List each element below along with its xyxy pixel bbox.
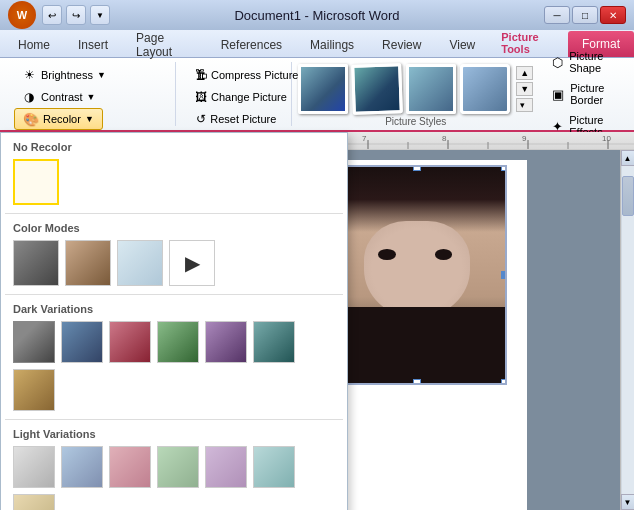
ribbon-tab-bar: Home Insert Page Layout References Maili…	[0, 30, 634, 58]
redo-button[interactable]: ↪	[66, 5, 86, 25]
recolor-button[interactable]: 🎨 Recolor ▼	[14, 108, 103, 130]
tab-mailings[interactable]: Mailings	[296, 33, 368, 57]
swatch-light-blue[interactable]	[61, 446, 103, 488]
photo-face	[329, 167, 505, 383]
title-bar: W ↩ ↪ ▼ Document1 - Microsoft Word ─ □ ✕	[0, 0, 634, 30]
picture-shape-button[interactable]: ⬡ Picture Shape	[545, 47, 622, 77]
dark-variations-grid	[5, 317, 343, 415]
styles-scroll-down[interactable]: ▼	[516, 82, 533, 96]
close-button[interactable]: ✕	[600, 6, 626, 24]
reset-picture-button[interactable]: ↺ Reset Picture	[188, 108, 283, 130]
change-picture-icon: 🖼	[195, 89, 207, 105]
compress-group: 🗜 Compress Pictures 🖼 Change Picture ↺ R…	[180, 62, 292, 126]
swatch-dark-gray[interactable]	[13, 321, 55, 363]
selection-handle-mr[interactable]	[501, 271, 507, 279]
contrast-icon: ◑	[21, 89, 37, 105]
styles-scroll-up[interactable]: ▲	[516, 66, 533, 80]
picture-styles-label: Picture Styles	[296, 116, 535, 127]
swatch-light-purple[interactable]	[205, 446, 247, 488]
tab-insert[interactable]: Insert	[64, 33, 122, 57]
compress-icon: 🗜	[195, 67, 207, 83]
maximize-button[interactable]: □	[572, 6, 598, 24]
scroll-track[interactable]	[622, 166, 634, 494]
swatch-dark-red[interactable]	[109, 321, 151, 363]
swatch-light-gray[interactable]	[13, 446, 55, 488]
picture-shape-icon: ⬡	[552, 55, 563, 70]
swatch-black-white[interactable]: ▶	[169, 240, 215, 286]
tab-page-layout[interactable]: Page Layout	[122, 33, 207, 57]
quick-access-toolbar: ↩ ↪ ▼	[42, 5, 110, 25]
selection-handle-br[interactable]	[501, 379, 507, 385]
picture-shape-label: Picture Shape	[569, 50, 615, 74]
picture-border-button[interactable]: ▣ Picture Border	[545, 79, 622, 109]
color-modes-grid: ▶	[5, 236, 343, 290]
swatch-dark-blue[interactable]	[61, 321, 103, 363]
light-variations-label: Light Variations	[5, 424, 343, 442]
tab-references[interactable]: References	[207, 33, 296, 57]
svg-text:10: 10	[602, 134, 611, 143]
swatch-light-teal[interactable]	[253, 446, 295, 488]
tab-home[interactable]: Home	[4, 33, 64, 57]
tab-view[interactable]: View	[435, 33, 489, 57]
styles-more[interactable]: ▾	[516, 98, 533, 112]
selection-handle-bm[interactable]	[413, 379, 421, 385]
swatch-washout[interactable]	[117, 240, 163, 286]
change-picture-button[interactable]: 🖼 Change Picture	[188, 86, 283, 108]
light-variations-grid	[5, 442, 343, 510]
swatch-dark-green[interactable]	[157, 321, 199, 363]
minimize-button[interactable]: ─	[544, 6, 570, 24]
picture-border-icon: ▣	[552, 87, 564, 102]
pic-style-2[interactable]	[351, 63, 403, 115]
swatch-light-red[interactable]	[109, 446, 151, 488]
divider-1	[5, 213, 343, 214]
swatch-grayscale[interactable]	[13, 240, 59, 286]
swatch-dark-teal[interactable]	[253, 321, 295, 363]
office-button[interactable]: W	[8, 1, 36, 29]
brightness-button[interactable]: ☀ Brightness ▼	[14, 64, 113, 86]
black-white-icon: ▶	[185, 251, 200, 275]
adjust-buttons-row1: ☀ Brightness ▼	[14, 64, 167, 86]
pic-style-3[interactable]	[406, 64, 456, 114]
pic-style-4[interactable]	[460, 64, 510, 114]
svg-text:7: 7	[362, 134, 367, 143]
dark-variations-label: Dark Variations	[5, 299, 343, 317]
scroll-up-button[interactable]: ▲	[621, 150, 635, 166]
adjust-group: ☀ Brightness ▼ ◑ Contrast ▼ 🎨 Recolor ▼ …	[6, 62, 176, 126]
recolor-icon: 🎨	[23, 111, 39, 127]
recolor-label: Recolor	[43, 113, 81, 125]
picture-styles-row: ▲ ▼ ▾	[296, 62, 535, 116]
undo-button[interactable]: ↩	[42, 5, 62, 25]
selection-handle-tm[interactable]	[413, 165, 421, 171]
office-icon: W	[17, 9, 27, 21]
divider-2	[5, 294, 343, 295]
vertical-scrollbar: ▲ ▼	[620, 150, 634, 510]
adjust-buttons-row2: ◑ Contrast ▼	[14, 86, 167, 108]
swatch-dark-purple[interactable]	[205, 321, 247, 363]
picture-styles-group: ▲ ▼ ▾ Picture Styles	[296, 62, 535, 126]
compress-label: Compress Pictures	[211, 69, 304, 81]
divider-3	[5, 419, 343, 420]
swatch-no-recolor[interactable]	[13, 159, 59, 205]
compress-button[interactable]: 🗜 Compress Pictures	[188, 64, 283, 86]
picture-right-group: ⬡ Picture Shape ▣ Picture Border ✦ Pictu…	[539, 62, 628, 126]
contrast-label: Contrast	[41, 91, 83, 103]
photo-placeholder[interactable]	[327, 165, 507, 385]
reset-label: Reset Picture	[210, 113, 276, 125]
swatch-light-orange[interactable]	[13, 494, 55, 510]
contrast-arrow: ▼	[87, 92, 96, 102]
brightness-label: Brightness	[41, 69, 93, 81]
pic-style-1[interactable]	[298, 64, 348, 114]
swatch-light-green[interactable]	[157, 446, 199, 488]
swatch-dark-orange[interactable]	[13, 369, 55, 411]
color-modes-label: Color Modes	[5, 218, 343, 236]
scroll-down-button[interactable]: ▼	[621, 494, 635, 510]
tab-review[interactable]: Review	[368, 33, 435, 57]
swatch-sepia[interactable]	[65, 240, 111, 286]
scroll-thumb[interactable]	[622, 176, 634, 216]
brightness-icon: ☀	[21, 67, 37, 83]
contrast-button[interactable]: ◑ Contrast ▼	[14, 86, 103, 108]
qat-dropdown-button[interactable]: ▼	[90, 5, 110, 25]
recolor-arrow: ▼	[85, 114, 94, 124]
dropdown-inner: No Recolor Color Modes ▶ Dark Variations	[1, 133, 347, 510]
selection-handle-tr[interactable]	[501, 165, 507, 171]
